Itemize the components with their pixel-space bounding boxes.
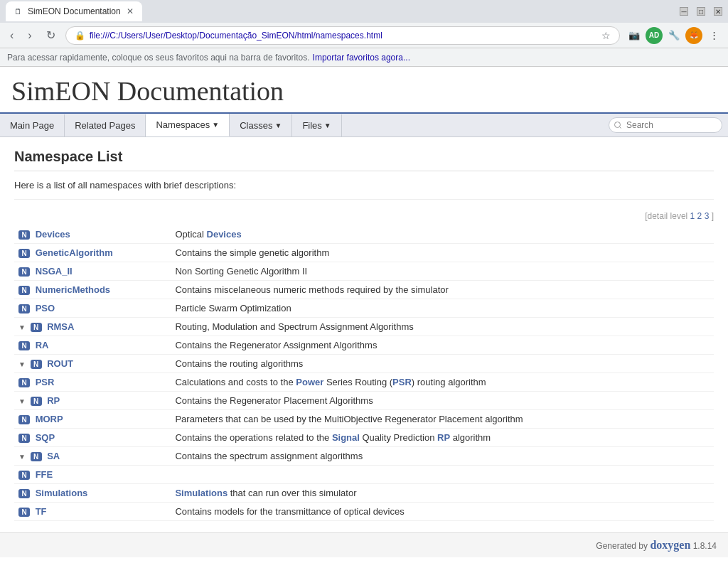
bookmark-icon[interactable]: ☆ [601, 30, 611, 41]
ns-badge: N [18, 249, 30, 258]
nav-classes[interactable]: Classes ▼ [230, 114, 292, 136]
favorites-bar-text: Para acessar rapidamente, coloque os seu… [7, 53, 310, 63]
ns-badge: N [18, 341, 30, 350]
extension-icon-1[interactable]: 🔧 [665, 27, 682, 44]
ns-name-cell: N SQP [14, 429, 171, 447]
ns-desc-cell: Parameters that can be used by the Multi… [171, 410, 714, 429]
ns-desc-link-simulations[interactable]: Simulations [175, 488, 228, 498]
ns-link[interactable]: ROUT [47, 358, 73, 369]
browser-tab[interactable]: 🗒 SimEON Documentation ✕ [6, 1, 142, 21]
table-row: N Devices Optical Devices [14, 225, 714, 244]
ns-desc-cell: Contains the operations related to the S… [171, 429, 714, 447]
nav-related-pages[interactable]: Related Pages [65, 114, 146, 136]
ns-link[interactable]: PSR [36, 377, 55, 387]
ns-link[interactable]: Devices [36, 229, 70, 240]
table-row: ▼ N RMSA Routing, Modulation and Spectru… [14, 318, 714, 336]
page-title: SimEON Documentation [11, 75, 717, 107]
ns-badge: N [31, 397, 42, 406]
tab-close-button[interactable]: ✕ [127, 6, 134, 16]
detail-level-row: [detail level 1 2 3 ] [14, 211, 714, 221]
ns-desc-cell: Contains the simple genetic algorithm [171, 244, 714, 262]
ns-link[interactable]: GeneticAlgorithm [36, 247, 113, 258]
ns-desc-cell: Non Sorting Genetic Algorithm II [171, 262, 714, 281]
collapse-arrow[interactable]: ▼ [18, 323, 26, 331]
search-area [603, 114, 728, 136]
table-row: N SQP Contains the operations related to… [14, 429, 714, 447]
ns-link[interactable]: MORP [36, 414, 63, 424]
ns-link[interactable]: RMSA [47, 321, 74, 332]
doxygen-link[interactable]: doxygen [650, 539, 690, 551]
ns-link[interactable]: PSO [36, 303, 55, 313]
ns-name-cell: N GeneticAlgorithm [14, 244, 171, 262]
ns-name-cell: ▼ N RP [14, 392, 171, 410]
import-favorites-link[interactable]: Importar favoritos agora... [313, 53, 410, 63]
ns-name-cell: N PSO [14, 299, 171, 318]
detail-level-3[interactable]: 3 [705, 211, 710, 221]
ns-link[interactable]: NumericMethods [36, 284, 110, 295]
detail-level-label: [detail level [645, 211, 690, 221]
table-row: N GeneticAlgorithm Contains the simple g… [14, 244, 714, 262]
extension-icon-2[interactable]: 🦊 [685, 27, 702, 44]
ns-name-cell: N Devices [14, 225, 171, 244]
ns-desc-link[interactable]: Devices [207, 229, 242, 240]
window-controls: ─ □ ✕ [680, 7, 722, 16]
ns-name-cell: N NSGA_II [14, 262, 171, 281]
address-bar[interactable]: 🔒 file:///C:/Users/User/Desktop/Document… [65, 26, 620, 45]
ns-name-cell: N PSR [14, 373, 171, 392]
ns-link[interactable]: FFE [36, 469, 53, 480]
ns-link[interactable]: TF [36, 506, 47, 517]
ns-badge: N [18, 286, 30, 295]
ns-badge: N [31, 323, 42, 332]
ns-link[interactable]: NSGA_II [36, 266, 73, 277]
ns-link[interactable]: Simulations [36, 488, 88, 498]
table-row: N RA Contains the Regenerator Assignment… [14, 336, 714, 355]
forward-button[interactable]: › [23, 28, 36, 43]
table-row: N PSR Calculations and costs to the Powe… [14, 373, 714, 392]
tab-favicon: 🗒 [14, 7, 22, 16]
ns-badge: N [18, 508, 30, 517]
maximize-button[interactable]: □ [697, 7, 705, 16]
ns-badge: N [18, 415, 30, 424]
ns-name-cell: N Simulations [14, 484, 171, 503]
namespaces-dropdown-arrow: ▼ [212, 121, 219, 129]
ad-block-icon[interactable]: AD [646, 27, 663, 44]
detail-level-1[interactable]: 1 [690, 211, 695, 221]
ns-desc-link-signal[interactable]: Signal [332, 432, 360, 443]
table-row: ▼ N RP Contains the Regenerator Placemen… [14, 392, 714, 410]
ns-name-cell: N MORP [14, 410, 171, 429]
detail-level-2[interactable]: 2 [697, 211, 702, 221]
ns-badge: N [31, 360, 42, 369]
table-row: ▼ N ROUT Contains the routing algorithms [14, 355, 714, 373]
ns-badge: N [18, 230, 30, 240]
ns-desc-link-psr[interactable]: PSR [392, 377, 412, 387]
table-row: N TF Contains models for the transmittan… [14, 503, 714, 521]
collapse-arrow[interactable]: ▼ [18, 360, 26, 368]
table-row: ▼ N SA Contains the spectrum assignment … [14, 447, 714, 466]
collapse-arrow[interactable]: ▼ [18, 453, 26, 461]
ns-desc-cell: Routing, Modulation and Spectrum Assignm… [171, 318, 714, 336]
ns-link[interactable]: RA [36, 340, 49, 350]
ns-link[interactable]: SQP [36, 432, 55, 443]
ns-link[interactable]: SA [47, 451, 60, 461]
ns-name-cell: ▼ N RMSA [14, 318, 171, 336]
back-button[interactable]: ‹ [6, 28, 18, 43]
search-input[interactable] [609, 117, 722, 133]
ns-desc-link-rp[interactable]: RP [437, 432, 450, 443]
ns-link[interactable]: RP [47, 395, 60, 406]
close-button[interactable]: ✕ [714, 7, 722, 16]
menu-icon[interactable]: ⋮ [705, 27, 722, 44]
ns-badge: N [18, 489, 30, 498]
toolbar-icons: 📷 AD 🔧 🦊 ⋮ [626, 27, 722, 44]
ns-desc-link[interactable]: Power [296, 377, 323, 387]
ns-desc-cell [171, 466, 714, 484]
collapse-arrow[interactable]: ▼ [18, 397, 26, 405]
nav-files[interactable]: Files ▼ [292, 114, 341, 136]
refresh-button[interactable]: ↻ [42, 27, 60, 43]
nav-main-page[interactable]: Main Page [0, 114, 65, 136]
nav-namespaces[interactable]: Namespaces ▼ [146, 114, 230, 136]
classes-dropdown-arrow: ▼ [274, 122, 282, 129]
screen-cast-icon[interactable]: 📷 [626, 27, 643, 44]
section-title: Namespace List [14, 149, 714, 171]
ns-desc-cell: Contains the Regenerator Placement Algor… [171, 392, 714, 410]
minimize-button[interactable]: ─ [680, 7, 688, 16]
